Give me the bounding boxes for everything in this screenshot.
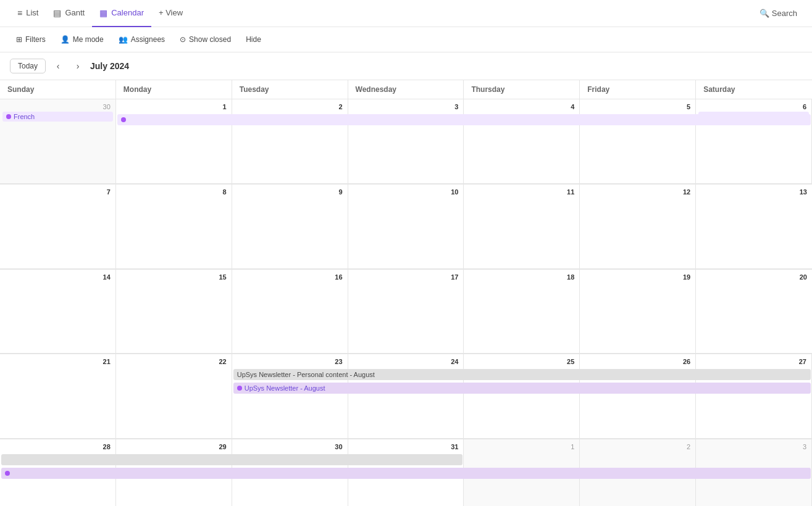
today-label: Today — [18, 62, 38, 70]
calendar-header: Today ‹ › July 2024 — [0, 52, 812, 80]
next-month-button[interactable]: › — [70, 59, 85, 73]
me-mode-button[interactable]: 👤 Me mode — [54, 32, 110, 47]
top-nav: ≡ List ▤ Gantt ▦ Calendar + View 🔍 Searc… — [0, 0, 812, 27]
assignees-label: Assignees — [131, 35, 165, 44]
cell-jul22[interactable]: 22 — [116, 354, 232, 439]
me-mode-label: Me mode — [73, 35, 104, 44]
cell-jul11[interactable]: 11 — [464, 185, 580, 269]
date-30b: 30 — [235, 442, 345, 452]
cell-jul15[interactable]: 15 — [116, 270, 232, 354]
event-french-start[interactable]: French — [2, 112, 113, 122]
cell-jul10[interactable]: 10 — [348, 185, 464, 269]
nav-calendar[interactable]: ▦ Calendar — [92, 0, 151, 27]
nav-list[interactable]: ≡ List — [10, 0, 46, 27]
nav-gantt-label: Gantt — [65, 8, 85, 17]
show-closed-label: Show closed — [189, 35, 231, 44]
prev-month-button[interactable]: ‹ — [51, 59, 65, 73]
week-row-2: 7 8 9 10 11 12 13 — [0, 185, 812, 270]
date-24: 24 — [351, 357, 461, 367]
date-3: 3 — [351, 102, 461, 112]
cell-jul8[interactable]: 8 — [116, 185, 232, 269]
list-icon: ≡ — [17, 8, 22, 18]
header-sunday: Sunday — [0, 80, 116, 99]
date-12: 12 — [582, 187, 693, 197]
cell-jul21[interactable]: 21 — [0, 354, 116, 439]
date-29: 29 — [119, 442, 229, 452]
cell-jul27[interactable]: 27 — [696, 354, 812, 439]
cell-jul14[interactable]: 14 — [0, 270, 116, 354]
newsletter-august-span[interactable]: UpSys Newsletter - August — [233, 383, 811, 394]
date-1: 1 — [119, 102, 229, 112]
newsletter-august-label: UpSys Newsletter - August — [245, 384, 325, 392]
newsletter-personal-cont[interactable] — [1, 454, 463, 465]
search-button[interactable]: 🔍 Search — [755, 6, 802, 20]
week-row-5: 28 29 30 31 1 2 3 — [0, 439, 812, 506]
day-headers: Sunday Monday Tuesday Wednesday Thursday… — [0, 80, 812, 99]
newsletter-personal-label: UpSys Newsletter - Personal content - Au… — [237, 371, 375, 378]
filters-icon: ⊞ — [16, 35, 22, 44]
date-17: 17 — [351, 272, 461, 282]
cell-jul1[interactable]: 1 — [116, 99, 232, 184]
cell-jul5[interactable]: 5 — [580, 99, 696, 184]
cell-jul2[interactable]: 2 — [232, 99, 348, 184]
cell-jul26[interactable]: 26 — [580, 354, 696, 439]
today-button[interactable]: Today — [10, 59, 46, 73]
filters-label: Filters — [25, 35, 46, 44]
assignees-button[interactable]: 👥 Assignees — [112, 32, 171, 47]
gantt-icon: ▤ — [53, 8, 61, 18]
date-16: 16 — [235, 272, 345, 282]
date-8: 8 — [119, 187, 229, 197]
cell-jul17[interactable]: 17 — [348, 270, 464, 354]
date-22: 22 — [119, 357, 229, 367]
cell-jul4[interactable]: 4 — [464, 99, 580, 184]
nav-calendar-label: Calendar — [111, 8, 144, 17]
cell-jul23[interactable]: 23 — [232, 354, 348, 439]
date-13: 13 — [698, 187, 810, 197]
search-icon: 🔍 — [760, 9, 769, 18]
filters-button[interactable]: ⊞ Filters — [10, 32, 52, 47]
cell-jul13[interactable]: 13 — [696, 185, 812, 269]
header-thursday: Thursday — [464, 80, 580, 99]
cell-jun30[interactable]: 30 French — [0, 99, 116, 184]
cell-jul25[interactable]: 25 — [464, 354, 580, 439]
header-friday: Friday — [580, 80, 696, 99]
date-11: 11 — [466, 187, 577, 197]
cell-jul20[interactable]: 20 — [696, 270, 812, 354]
cell-jul12[interactable]: 12 — [580, 185, 696, 269]
date-5: 5 — [582, 102, 693, 112]
date-2: 2 — [235, 102, 345, 112]
week-row-3: 14 15 16 17 18 19 20 — [0, 270, 812, 355]
month-year-label: July 2024 — [90, 61, 129, 71]
date-30: 30 — [2, 102, 113, 112]
nav-gantt[interactable]: ▤ Gantt — [46, 0, 92, 27]
newsletter-personal-span[interactable]: UpSys Newsletter - Personal content - Au… — [233, 369, 811, 380]
date-23: 23 — [235, 357, 345, 367]
header-wednesday: Wednesday — [348, 80, 464, 99]
cell-jul16[interactable]: 16 — [232, 270, 348, 354]
date-15: 15 — [119, 272, 229, 282]
nav-add-view[interactable]: + View — [151, 0, 190, 27]
date-aug1: 1 — [466, 442, 577, 452]
cell-jul19[interactable]: 19 — [580, 270, 696, 354]
date-28: 28 — [2, 442, 113, 452]
newsletter-august-cont[interactable] — [1, 468, 811, 479]
date-aug2: 2 — [582, 442, 693, 452]
cell-jul24[interactable]: 24 — [348, 354, 464, 439]
search-label: Search — [772, 9, 797, 18]
cell-jul18[interactable]: 18 — [464, 270, 580, 354]
french-span-week1[interactable] — [117, 114, 811, 125]
cell-jul6[interactable]: 6 English — [696, 99, 812, 184]
hide-button[interactable]: Hide — [240, 32, 267, 47]
french-dot — [6, 114, 11, 119]
week-row-4: 21 22 23 24 25 26 27 UpSys Newsletter - … — [0, 354, 812, 439]
date-4: 4 — [466, 102, 577, 112]
cell-jul9[interactable]: 9 — [232, 185, 348, 269]
week-row-1: 30 French 1 2 3 4 5 6 English — [0, 99, 812, 185]
date-26: 26 — [582, 357, 693, 367]
cell-jul3[interactable]: 3 — [348, 99, 464, 184]
cell-jul7[interactable]: 7 — [0, 185, 116, 269]
date-10: 10 — [351, 187, 461, 197]
show-closed-button[interactable]: ⊙ Show closed — [174, 32, 237, 47]
date-aug3: 3 — [698, 442, 809, 452]
header-saturday: Saturday — [696, 80, 812, 99]
